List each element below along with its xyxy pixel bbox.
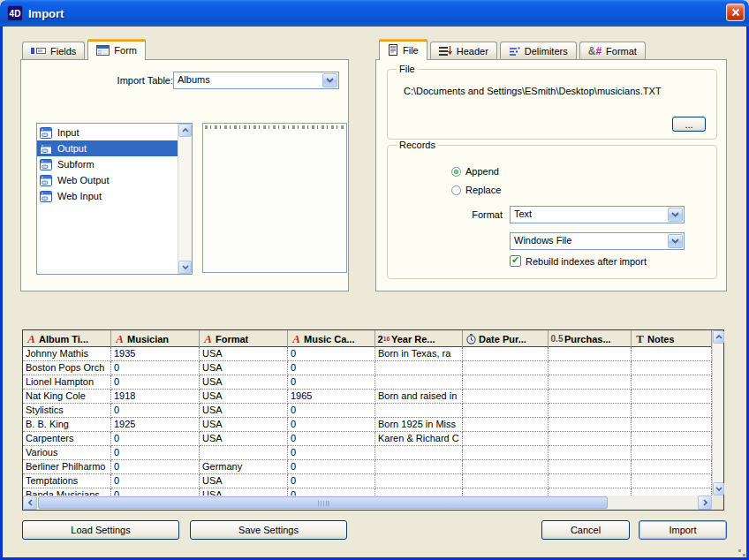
scroll-right-icon[interactable]	[698, 496, 712, 510]
table-cell	[463, 361, 549, 375]
table-cell: B. B. King	[23, 418, 111, 432]
table-row[interactable]: Boston Pops Orch0USA0	[23, 361, 712, 375]
column-header-label: Date Pur...	[479, 334, 526, 344]
titlebar[interactable]: 4D Import	[0, 0, 749, 26]
table-cell	[375, 460, 463, 474]
table-cell	[632, 347, 712, 361]
tab-header[interactable]: Header	[430, 42, 497, 59]
table-cell: USA	[200, 432, 288, 446]
horizontal-scroll-thumb[interactable]	[38, 496, 608, 509]
table-cell	[463, 474, 549, 488]
date-type-icon	[465, 334, 478, 344]
alpha-type-icon: A	[113, 332, 126, 346]
tab-format-label: Format	[606, 46, 637, 57]
forms-listbox[interactable]: InputOutputSubformWeb OutputWeb Input	[36, 123, 193, 275]
tab-form[interactable]: Form	[87, 39, 146, 60]
delimiters-icon	[509, 46, 520, 57]
table-cell: 1965	[288, 390, 375, 404]
table-cell	[463, 404, 549, 418]
column-header-notes[interactable]: TNotes	[632, 330, 712, 347]
table-cell	[549, 460, 632, 474]
table-cell	[463, 375, 549, 390]
chevron-down-icon[interactable]	[668, 208, 683, 222]
file-format-select[interactable]: Windows File	[510, 232, 685, 250]
right-tab-strip: File Header Delimiters &# Format	[379, 40, 646, 60]
table-cell: 0	[288, 375, 375, 390]
tab-format[interactable]: &# Format	[579, 42, 646, 59]
table-row[interactable]: Banda Musicians0USA0	[23, 488, 712, 496]
list-item-web-input[interactable]: Web Input	[37, 188, 178, 204]
table-cell: USA	[200, 347, 288, 361]
checkbox-icon	[510, 255, 521, 267]
scroll-up-icon[interactable]	[713, 330, 724, 344]
column-header-year-re[interactable]: 216Year Re...	[375, 330, 463, 347]
table-row[interactable]: Stylistics0USA0	[23, 404, 712, 418]
column-header-purchas[interactable]: 0.5Purchas...	[549, 330, 632, 347]
table-cell	[549, 474, 632, 488]
save-settings-button[interactable]: Save Settings	[190, 520, 347, 540]
rebuild-indexes-checkbox[interactable]: Rebuild indexes after import	[510, 255, 647, 267]
close-icon	[731, 8, 740, 17]
table-cell: Germany	[200, 460, 288, 474]
tab-delimiters[interactable]: Delimiters	[500, 42, 577, 59]
table-cell: Carpenters	[23, 432, 111, 446]
resize-grip[interactable]	[737, 548, 745, 556]
radio-append[interactable]: Append	[451, 166, 499, 177]
list-item-input[interactable]: Input	[37, 125, 178, 140]
alpha-type-icon: A	[290, 332, 303, 346]
list-item-web-output[interactable]: Web Output	[37, 172, 178, 188]
list-item-label: Input	[57, 127, 79, 138]
column-header-musician[interactable]: AMusician	[111, 330, 200, 347]
table-cell	[632, 361, 712, 375]
format-select[interactable]: Text	[510, 206, 685, 223]
table-cell: Boston Pops Orch	[23, 361, 111, 375]
import-dialog: 4D Import Fields Form Import Table: Albu…	[0, 0, 749, 560]
table-row[interactable]: Nat King Cole1918USA1965Born and raised …	[23, 390, 712, 404]
table-row[interactable]: Various00	[23, 446, 712, 460]
column-header-album-ti[interactable]: AAlbum Ti...	[23, 330, 111, 347]
table-row[interactable]: Lionel Hampton0USA0	[23, 375, 712, 390]
column-header-music-ca[interactable]: AMusic Ca...	[288, 330, 375, 347]
cancel-button[interactable]: Cancel	[541, 520, 630, 540]
chevron-down-icon[interactable]	[322, 73, 337, 87]
table-row[interactable]: Temptations0USA0	[23, 474, 712, 488]
form-window-icon	[40, 191, 52, 202]
import-button[interactable]: Import	[639, 520, 727, 540]
header-icon	[439, 45, 452, 57]
window-title: Import	[28, 7, 64, 20]
column-header-date-pur[interactable]: Date Pur...	[463, 330, 549, 347]
table-cell	[463, 418, 549, 432]
column-header-format[interactable]: AFormat	[200, 330, 288, 347]
close-button[interactable]	[726, 4, 745, 21]
scroll-up-icon[interactable]	[178, 124, 192, 137]
table-cell	[632, 418, 712, 432]
table-vertical-scrollbar[interactable]	[712, 330, 723, 496]
chevron-down-icon[interactable]	[668, 234, 683, 248]
tab-file[interactable]: File	[379, 39, 427, 60]
table-cell: 0	[111, 488, 200, 496]
table-cell: 0	[111, 446, 200, 460]
scroll-down-icon[interactable]	[713, 482, 724, 496]
scroll-left-icon[interactable]	[23, 496, 37, 510]
table-row[interactable]: Johnny Mathis1935USA0Born in Texas, ra	[23, 347, 712, 361]
scroll-down-icon[interactable]	[178, 261, 192, 274]
rebuild-indexes-label: Rebuild indexes after import	[526, 256, 647, 267]
table-horizontal-scrollbar[interactable]	[23, 496, 712, 510]
table-cell	[200, 446, 288, 460]
list-item-output[interactable]: Output	[37, 140, 178, 156]
table-cell	[632, 474, 712, 488]
table-row[interactable]: B. B. King1925USA0Born 1925 in Miss	[23, 418, 712, 432]
table-row[interactable]: Berliner Philharmo0Germany0	[23, 460, 712, 474]
tab-fields[interactable]: Fields	[22, 42, 85, 59]
radio-replace[interactable]: Replace	[451, 185, 501, 195]
table-cell	[549, 375, 632, 390]
table-row[interactable]: Carpenters0USA0Karen & Richard C	[23, 432, 712, 446]
table-cell: 0	[288, 432, 375, 446]
import-table-select[interactable]: Albums	[173, 72, 339, 89]
table-cell: Karen & Richard C	[375, 432, 463, 446]
browse-button[interactable]: ...	[672, 117, 706, 132]
table-cell	[549, 390, 632, 404]
list-item-subform[interactable]: Subform	[37, 156, 178, 172]
forms-list-scrollbar[interactable]	[178, 124, 192, 274]
load-settings-button[interactable]: Load Settings	[22, 520, 179, 540]
